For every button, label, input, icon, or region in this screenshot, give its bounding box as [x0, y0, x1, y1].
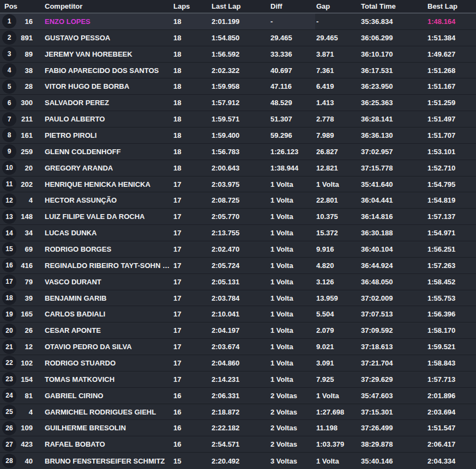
- best-lap: 1:55.753: [426, 294, 476, 302]
- best-lap: 1:49.627: [426, 50, 476, 58]
- laps: 16: [172, 408, 210, 416]
- gap: 12.821: [315, 164, 360, 172]
- table-row[interactable]: 389JEREMY VAN HOREBEEK181:56.59233.3363.…: [0, 46, 476, 63]
- table-row[interactable]: 22102RODRIGO STUARDO172:04.8601 Volta3.0…: [0, 355, 476, 371]
- diff: 40.697: [269, 66, 315, 75]
- competitor-number: 154: [19, 375, 33, 383]
- laps: 16: [172, 392, 210, 400]
- header-best-lap: Best Lap: [426, 2, 476, 10]
- gap: 3.871: [315, 50, 360, 58]
- position: 12: [0, 192, 19, 208]
- table-row[interactable]: 27423RAFAEL BOBATO162:54.5712 Voltas1:03…: [0, 436, 476, 453]
- table-row[interactable]: 438FABIO APARECIDO DOS SANTOS182:02.3224…: [0, 63, 476, 79]
- competitor-name: FABIO APARECIDO DOS SANTOS: [33, 66, 172, 75]
- table-row[interactable]: 116ENZO LOPES182:01.199--35:36.8341:48.1…: [0, 14, 476, 30]
- diff: 1 Volta: [269, 294, 315, 302]
- best-lap: 1:58.843: [426, 359, 476, 367]
- competitor-number: 20: [19, 164, 33, 172]
- best-lap: 1:58.170: [426, 326, 476, 334]
- competitor-number: 79: [19, 278, 33, 286]
- last-lap: 2:18.872: [210, 408, 269, 416]
- table-row[interactable]: 2112OTAVIO PEDRO DA SILVA172:03.6741 Vol…: [0, 339, 476, 355]
- gap: 1:27.698: [315, 408, 360, 416]
- last-lap: 2:02.322: [210, 66, 269, 75]
- competitor-name: BRUNO FENSTERSEIFER SCHMITZ: [33, 457, 172, 465]
- table-row[interactable]: 19165CARLOS BADIALI172:10.0411 Volta5.50…: [0, 306, 476, 322]
- table-row[interactable]: 2840BRUNO FENSTERSEIFER SCHMITZ152:20.49…: [0, 453, 476, 469]
- total-time: 35:36.834: [360, 17, 426, 26]
- position-badge: 10: [2, 161, 16, 175]
- table-row[interactable]: 1779VASCO DURANT172:05.1311 Volta3.12636…: [0, 274, 476, 290]
- total-time: 35:41.640: [360, 180, 426, 188]
- position: 18: [0, 290, 19, 306]
- table-row[interactable]: 23154TOMAS MATKOVICH172:14.2311 Volta7.9…: [0, 371, 476, 388]
- table-row[interactable]: 26109GUILHERME BRESOLIN162:22.1822 Volta…: [0, 420, 476, 436]
- gap: 22.801: [315, 196, 360, 204]
- competitor-number: 165: [19, 310, 33, 318]
- laps: 17: [172, 359, 210, 367]
- competitor-name: VASCO DURANT: [33, 278, 172, 286]
- diff: 1 Volta: [269, 343, 315, 351]
- table-row[interactable]: 6300SALVADOR PEREZ181:57.91248.5291.4133…: [0, 95, 476, 111]
- competitor-number: 161: [19, 131, 33, 139]
- table-row[interactable]: 1020GREGORY ARANDA182:00.6431:38.94412.8…: [0, 160, 476, 176]
- last-lap: 2:04.197: [210, 326, 269, 334]
- gap: 5.504: [315, 310, 360, 318]
- table-row[interactable]: 1839BENJAMIN GARIB172:03.7841 Volta13.95…: [0, 290, 476, 307]
- table-row[interactable]: 254GARMICHEL RODRIGUES GIEHL162:18.8722 …: [0, 404, 476, 421]
- table-row[interactable]: 528VITOR HUGO DE BORBA181:59.95847.1166.…: [0, 78, 476, 95]
- table-row[interactable]: 7211PAULO ALBERTO181:59.57151.3072.77836…: [0, 111, 476, 127]
- total-time: 36:23.950: [360, 82, 426, 90]
- laps: 17: [172, 180, 210, 188]
- table-row[interactable]: 124HECTOR ASSUNÇÃO172:08.7251 Volta22.80…: [0, 192, 476, 209]
- last-lap: 2:01.199: [210, 14, 269, 29]
- table-row[interactable]: 2481GABRIEL CIRINO162:06.3312 Voltas1 Vo…: [0, 388, 476, 404]
- gap: 7.361: [315, 66, 360, 75]
- best-lap: 2:03.694: [426, 408, 476, 416]
- competitor-name: RODRIGO STUARDO: [33, 359, 172, 367]
- last-lap: 2:20.492: [210, 457, 269, 465]
- gap: 1.413: [315, 99, 360, 107]
- position: 9: [0, 144, 19, 160]
- table-row[interactable]: 8161PIETRO PIROLI181:59.40059.2967.98936…: [0, 127, 476, 144]
- table-row[interactable]: 2891GUSTAVO PESSOA181:54.85029.46529.465…: [0, 30, 476, 46]
- header-total-time: Total Time: [360, 2, 426, 10]
- best-lap: 1:53.101: [426, 148, 476, 156]
- last-lap: 2:22.182: [210, 424, 269, 432]
- position: 13: [0, 209, 19, 224]
- best-lap: 1:48.164: [426, 17, 476, 26]
- table-row[interactable]: 2026CESAR APONTE172:04.1971 Volta2.07937…: [0, 322, 476, 339]
- last-lap: 2:14.231: [210, 375, 269, 383]
- table-row[interactable]: 9259GLENN COLDENHOFF181:56.7831:26.12326…: [0, 144, 476, 160]
- table-row[interactable]: 1434LUCAS DUNKA172:13.7551 Volta15.37236…: [0, 225, 476, 241]
- gap: 1:03.379: [315, 440, 360, 448]
- position: 27: [0, 436, 19, 452]
- last-lap: 2:54.571: [210, 440, 269, 448]
- competitor-name: GARMICHEL RODRIGUES GIEHL: [33, 408, 172, 416]
- diff: 1 Volta: [269, 212, 315, 221]
- best-lap: 1:58.452: [426, 278, 476, 286]
- gap: 10.375: [315, 212, 360, 221]
- position: 15: [0, 241, 19, 257]
- timing-results-table: Pos Competitor Laps Last Lap Diff Gap To…: [0, 0, 476, 469]
- total-time: 36:44.924: [360, 261, 426, 270]
- best-lap: 1:52.710: [426, 164, 476, 172]
- competitor-name: ENZO LOPES: [33, 14, 172, 29]
- position-badge: 3: [2, 47, 16, 61]
- competitor-name: GABRIEL CIRINO: [33, 392, 172, 400]
- last-lap: 2:00.643: [210, 164, 269, 172]
- best-lap: 1:54.795: [426, 180, 476, 188]
- position-badge: 12: [2, 193, 16, 208]
- competitor-number: 34: [19, 229, 33, 237]
- best-lap: 1:57.713: [426, 375, 476, 383]
- table-row[interactable]: 16416REGINALDO RIBEIRO TAYT-SOHN JUN...1…: [0, 258, 476, 274]
- table-row[interactable]: 13148LUIZ FILIPE VALE DA ROCHA172:05.770…: [0, 209, 476, 225]
- gap: 6.419: [315, 82, 360, 90]
- table-row[interactable]: 11202HENRIQUE HENICKA HENICKA172:03.9751…: [0, 176, 476, 193]
- table-row[interactable]: 1569RODRIGO BORGES172:02.4701 Volta9.916…: [0, 241, 476, 258]
- competitor-number: 39: [19, 294, 33, 302]
- laps: 18: [172, 34, 210, 42]
- position-badge: 24: [2, 388, 16, 403]
- position-badge: 27: [2, 437, 16, 452]
- best-lap: 1:51.384: [426, 34, 476, 42]
